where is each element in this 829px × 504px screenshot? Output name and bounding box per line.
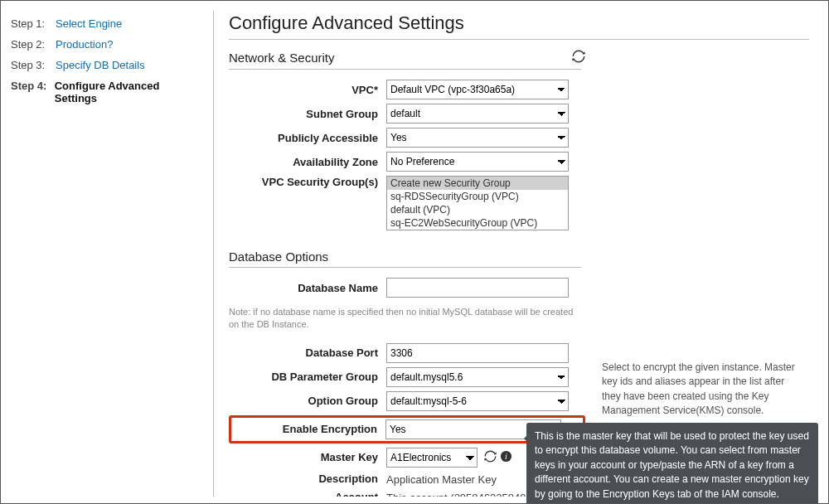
field-database-port: Database Port — [229, 343, 585, 363]
step-number: Step 4: — [11, 80, 55, 104]
label-vpc: VPC* — [229, 84, 386, 96]
step-4: Step 4: Configure Advanced Settings — [11, 80, 201, 104]
field-security-groups: VPC Security Group(s) Create new Securit… — [229, 176, 585, 230]
field-database-name: Database Name — [229, 278, 585, 298]
field-parameter-group: DB Parameter Group default.mysql5.6 — [229, 367, 585, 387]
select-publicly-accessible[interactable]: Yes — [386, 128, 569, 148]
label-optgrp: Option Group — [229, 395, 386, 407]
step-link[interactable]: Production? — [56, 38, 113, 51]
label-desc: Description — [229, 472, 386, 485]
refresh-icon[interactable] — [572, 50, 585, 65]
step-current: Configure Advanced Settings — [55, 80, 201, 104]
note-dbname: Note: if no database name is specified t… — [229, 306, 585, 332]
step-1[interactable]: Step 1: Select Engine — [11, 17, 201, 30]
label-dbport: Database Port — [229, 346, 386, 359]
master-key-tooltip: This is the master key that will be used… — [526, 423, 818, 504]
step-link[interactable]: Specify DB Details — [56, 59, 145, 71]
label-encrypt: Enable Encryption — [233, 423, 385, 435]
sg-option[interactable]: Create new Security Group — [387, 177, 568, 190]
section-divider — [229, 267, 581, 268]
step-3[interactable]: Step 3: Specify DB Details — [11, 59, 201, 71]
field-option-group: Option Group default:mysql-5-6 — [229, 391, 585, 411]
step-2[interactable]: Step 2: Production? — [11, 38, 201, 51]
section-network-security: Network & Security — [229, 51, 572, 65]
input-database-name[interactable] — [386, 278, 569, 298]
label-subnet: Subnet Group — [229, 108, 386, 120]
field-vpc: VPC* Default VPC (vpc-3f30a65a) — [229, 80, 585, 99]
select-option-group[interactable]: default:mysql-5-6 — [386, 391, 569, 411]
info-icon[interactable]: i — [500, 450, 512, 465]
page-title: Configure Advanced Settings — [229, 12, 817, 34]
step-link[interactable]: Select Engine — [56, 17, 122, 30]
label-dbname: Database Name — [229, 282, 386, 294]
label-acct: Account — [229, 491, 386, 497]
select-subnet-group[interactable]: default — [386, 104, 569, 124]
select-master-key[interactable]: A1Electronics — [386, 448, 478, 468]
input-database-port[interactable] — [386, 343, 569, 363]
field-subnet-group: Subnet Group default — [229, 104, 585, 124]
svg-text:i: i — [505, 453, 507, 462]
field-publicly-accessible: Publicly Accessible Yes — [229, 128, 585, 148]
section-divider — [229, 69, 581, 70]
wizard-steps-sidebar: Step 1: Select Engine Step 2: Production… — [11, 17, 201, 113]
sg-option[interactable]: sq-RDSSecurityGroup (VPC) — [387, 190, 568, 203]
section-database-options: Database Options — [229, 250, 585, 264]
divider-vertical — [213, 11, 214, 497]
step-number: Step 1: — [11, 17, 56, 30]
label-sg: VPC Security Group(s) — [229, 176, 386, 188]
encryption-info-panel: Select to encrypt the given instance. Ma… — [602, 361, 806, 419]
step-number: Step 2: — [11, 38, 56, 51]
select-vpc[interactable]: Default VPC (vpc-3f30a65a) — [386, 80, 569, 99]
label-paramgrp: DB Parameter Group — [229, 371, 386, 383]
label-masterkey: Master Key — [229, 451, 386, 463]
sg-option[interactable]: default (VPC) — [387, 203, 568, 216]
select-parameter-group[interactable]: default.mysql5.6 — [386, 367, 569, 387]
select-availability-zone[interactable]: No Preference — [386, 152, 569, 172]
title-divider — [229, 39, 809, 40]
sg-option[interactable]: sq-EC2WebSecurityGroup (VPC) — [387, 216, 568, 230]
label-public: Publicly Accessible — [229, 132, 386, 144]
field-availability-zone: Availability Zone No Preference — [229, 152, 585, 172]
label-az: Availability Zone — [229, 156, 386, 168]
refresh-icon[interactable] — [484, 450, 497, 465]
step-number: Step 3: — [11, 59, 56, 71]
multiselect-security-groups[interactable]: Create new Security Group sq-RDSSecurity… — [386, 176, 569, 230]
